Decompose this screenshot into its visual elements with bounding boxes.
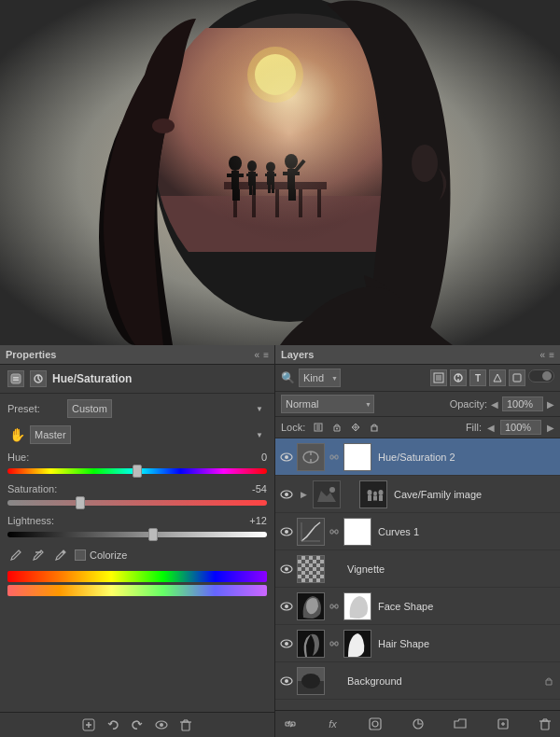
layers-collapse-icon[interactable]: «: [540, 350, 546, 360]
lock-position-icon[interactable]: [329, 420, 344, 435]
lightness-row: Lightness: +12: [7, 515, 267, 541]
svg-rect-83: [373, 495, 377, 500]
lock-pixels-icon[interactable]: [311, 420, 326, 435]
filter-toggle[interactable]: [528, 369, 554, 382]
properties-collapse-icon[interactable]: «: [255, 350, 260, 360]
layer-visibility-icon[interactable]: [279, 524, 294, 539]
layer-row[interactable]: ▶: [275, 476, 560, 513]
visibility-toggle-icon[interactable]: [153, 716, 170, 733]
colorize-checkbox[interactable]: [75, 549, 86, 561]
properties-panel-controls[interactable]: « ≡: [255, 350, 269, 360]
layer-row[interactable]: Hue/Saturation 2: [275, 438, 560, 476]
delete-layer-icon[interactable]: [536, 715, 554, 733]
hue-thumb[interactable]: [133, 465, 142, 478]
preset-label: Preset:: [7, 403, 63, 414]
layer-visibility-icon[interactable]: [279, 674, 294, 688]
opacity-decrement[interactable]: ◀: [491, 399, 498, 410]
svg-rect-37: [11, 374, 21, 383]
blend-select-wrapper[interactable]: Normal: [281, 395, 374, 413]
layer-row[interactable]: Face Shape: [275, 588, 560, 625]
saturation-thumb[interactable]: [76, 496, 85, 509]
layer-link-icon: [328, 600, 341, 613]
svg-rect-72: [330, 455, 333, 459]
add-adjustment-icon[interactable]: [80, 716, 97, 733]
lightness-slider[interactable]: [7, 528, 267, 541]
add-mask-icon[interactable]: [366, 715, 385, 733]
filter-smart-icon[interactable]: [509, 369, 525, 386]
preset-select[interactable]: Custom: [67, 399, 112, 418]
lightness-thumb[interactable]: [148, 528, 158, 541]
colorize-check[interactable]: Colorize: [75, 549, 127, 561]
layer-row[interactable]: Background: [275, 662, 560, 700]
search-icon: 🔍: [281, 371, 295, 384]
kind-select[interactable]: Kind: [299, 368, 341, 387]
opacity-input[interactable]: [502, 396, 543, 411]
layer-row[interactable]: Curves 1: [275, 513, 560, 550]
filter-shape-icon[interactable]: [489, 369, 506, 386]
layer-name: Background: [343, 675, 539, 687]
hue-saturation-title: Hue/Saturation: [52, 372, 132, 385]
eyedropper-subtract-icon[interactable]: [30, 547, 47, 563]
master-select-wrapper[interactable]: Master: [30, 425, 267, 444]
saturation-slider[interactable]: [7, 496, 267, 509]
layer-visibility-icon[interactable]: [279, 599, 294, 614]
layer-visibility-icon[interactable]: [279, 487, 294, 502]
properties-icon-row: Hue/Saturation: [0, 365, 274, 394]
saturation-label: Saturation:: [7, 483, 57, 494]
layer-row[interactable]: Vignette: [275, 550, 560, 588]
filter-type-icon[interactable]: T: [469, 369, 486, 386]
svg-point-67: [285, 455, 288, 459]
eyedropper-icon[interactable]: [52, 547, 69, 563]
svg-point-97: [285, 605, 288, 608]
svg-point-49: [160, 723, 163, 727]
svg-rect-56: [436, 375, 441, 381]
lightness-label: Lightness:: [7, 515, 54, 526]
new-group-icon[interactable]: [451, 715, 469, 733]
properties-menu-icon[interactable]: ≡: [263, 350, 269, 360]
layer-thumbnail: [297, 592, 325, 620]
layer-expand-icon[interactable]: ▶: [297, 488, 310, 501]
layer-name: Curves 1: [374, 526, 556, 537]
filter-icons-row: T: [430, 369, 554, 386]
hand-tool-icon[interactable]: ✋: [7, 425, 26, 444]
layer-row[interactable]: Hair Shape: [275, 625, 560, 662]
fx-icon[interactable]: fx: [324, 715, 343, 733]
layers-menu-icon[interactable]: ≡: [549, 350, 554, 360]
history-forward-icon[interactable]: [129, 716, 146, 733]
kind-select-wrapper[interactable]: Kind: [299, 368, 341, 387]
layer-link-icon: [328, 563, 341, 576]
fill-increment[interactable]: ▶: [547, 423, 554, 433]
filter-pixel-icon[interactable]: [430, 369, 447, 386]
svg-rect-123: [541, 721, 549, 730]
blend-mode-select[interactable]: Normal: [281, 395, 374, 413]
filter-adjust-icon[interactable]: [450, 369, 467, 386]
fill-decrement[interactable]: ◀: [487, 423, 495, 433]
layers-panel-controls[interactable]: « ≡: [540, 350, 554, 360]
layer-visibility-icon[interactable]: [279, 636, 294, 651]
hue-slider[interactable]: [7, 465, 267, 478]
layer-thumbnail: [297, 518, 325, 546]
layer-thumbnail: [313, 480, 341, 508]
history-back-icon[interactable]: [105, 716, 121, 733]
master-select[interactable]: Master: [30, 425, 71, 444]
main-canvas: [0, 0, 560, 345]
delete-icon[interactable]: [177, 716, 194, 733]
lock-move-icon[interactable]: [348, 420, 363, 435]
preset-select-wrapper[interactable]: Custom: [67, 399, 267, 418]
opacity-increment[interactable]: ▶: [547, 399, 554, 410]
properties-icon-box-1[interactable]: [7, 370, 24, 387]
layer-visibility-icon[interactable]: [279, 450, 294, 465]
layer-visibility-icon[interactable]: [279, 562, 294, 577]
new-layer-icon[interactable]: [494, 715, 512, 733]
eyedropper-add-icon[interactable]: [7, 547, 24, 563]
fill-input[interactable]: [500, 420, 541, 435]
properties-icon-box-2[interactable]: [30, 370, 47, 387]
layers-search-row: 🔍 Kind T: [275, 365, 560, 392]
lock-all-icon[interactable]: [367, 420, 382, 435]
svg-rect-73: [335, 455, 338, 459]
svg-point-82: [373, 491, 377, 495]
link-layers-icon[interactable]: [281, 715, 300, 733]
svg-point-87: [285, 530, 288, 534]
add-adjustment-layer-icon[interactable]: [409, 715, 427, 733]
svg-rect-99: [330, 605, 333, 608]
